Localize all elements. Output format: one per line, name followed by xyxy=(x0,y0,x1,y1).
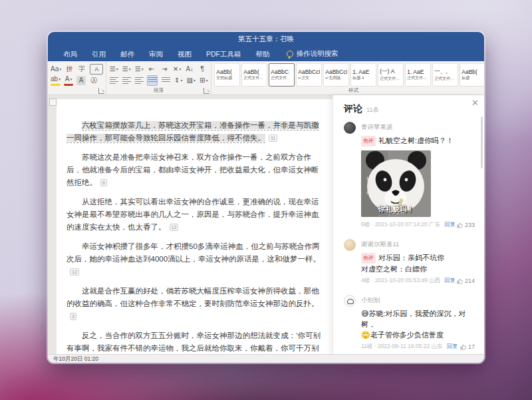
change-case-button[interactable]: Aa▾ xyxy=(51,65,61,74)
styles-group-label: 样式 xyxy=(211,87,484,94)
increase-indent-button[interactable]: ⇥ xyxy=(160,65,169,74)
paragraph-comment-badge[interactable]: 12 xyxy=(170,224,179,231)
align-right-button[interactable] xyxy=(134,76,144,85)
style-gallery-item[interactable]: 1. AaE 标题 4 xyxy=(350,63,376,87)
window-title: 第五十五章：召唤 xyxy=(238,35,294,44)
paragraph-comment-badge[interactable]: 6 xyxy=(100,179,107,186)
style-gallery: AaBb( 文档标题 AaBb( 正式文件-.. AaBbC 正式文件.. Aa… xyxy=(214,63,484,87)
desktop-background: 第五十五章：召唤 布局引用邮件审阅视图PDF工具箱帮助 操作说明搜索 Aa▾ 拼… xyxy=(0,0,532,400)
style-preview: (一) A xyxy=(380,68,402,76)
document-paragraph: 这就是合作互赢的好处，倘若苏晓大幅度压榨幸运女神所得收益，那他的收益的确高，但这… xyxy=(66,285,326,323)
like-button[interactable]: 17 xyxy=(460,343,475,350)
comments-title: 评论 xyxy=(344,103,362,115)
style-gallery-item[interactable]: 一、, 正式文件-.. xyxy=(432,63,458,87)
paragraph-comment-badge[interactable]: 3 xyxy=(70,313,76,320)
style-gallery-item[interactable]: AaBbC 正式文件.. xyxy=(269,63,295,87)
character-shading-button[interactable]: A xyxy=(76,76,86,85)
style-label: 正式文件-.. xyxy=(434,76,456,82)
ribbon-tab[interactable]: 视图 xyxy=(170,50,199,58)
close-icon[interactable]: ✕ xyxy=(471,98,479,108)
ruler-corner-box[interactable] xyxy=(49,99,57,106)
thumbs-up-icon xyxy=(457,278,463,284)
shading-button[interactable]: ▨▾ xyxy=(186,76,196,85)
align-center-button[interactable] xyxy=(122,76,131,85)
style-gallery-item[interactable]: AaBb( 正式文件-.. xyxy=(241,63,267,87)
reply-link[interactable]: 回复 xyxy=(447,343,458,351)
line-spacing-button[interactable]: ⇕▾ xyxy=(174,76,183,85)
numbering-button[interactable]: ☰▾ xyxy=(122,65,131,74)
font-group: Aa▾ 拼 字 A ab▾ A▾ A Ⓐ ↘ xyxy=(48,61,106,95)
style-preview: 一、, xyxy=(434,68,456,76)
ribbon-tab[interactable]: 审阅 xyxy=(142,50,170,58)
paragraph-group: ☰▾ ☰▾ ☰▾ ⇤ ⇥ ✕▾ A↓ ¶ ⇕▾ ▨▾ xyxy=(106,61,211,95)
comment-item: 青诗苹果派 热评礼貌空之树:虚你吗？！ xyxy=(344,122,475,229)
show-marks-button[interactable]: ¶ xyxy=(198,65,207,74)
multilevel-list-button[interactable]: ☰▾ xyxy=(134,65,144,74)
ribbon-tab-bar: 布局引用邮件审阅视图PDF工具箱帮助 操作说明搜索 xyxy=(48,47,484,61)
font-color-button[interactable]: A▾ xyxy=(64,75,73,86)
tell-me-label: 操作说明搜索 xyxy=(297,49,338,59)
style-gallery-item[interactable]: AaBb( 文档标题 xyxy=(214,63,240,87)
font-dialog-launcher[interactable]: ↘ xyxy=(98,88,104,94)
character-scaling-button[interactable]: 字 xyxy=(77,65,86,74)
decrease-indent-button[interactable]: ⇤ xyxy=(147,65,156,74)
distribute-button[interactable] xyxy=(161,76,170,85)
phonetic-guide-button[interactable]: 拼 xyxy=(65,65,74,74)
tell-me-search[interactable]: 操作说明搜索 xyxy=(287,49,338,59)
reply-link[interactable]: 回复 xyxy=(444,221,456,229)
comment-text-line: 😅苏晓:对乐园，我爱的深沉，对树， xyxy=(361,308,475,329)
paragraph-dialog-launcher[interactable]: ↘ xyxy=(203,88,209,94)
justify-button[interactable] xyxy=(147,75,158,86)
comment-username[interactable]: 青诗苹果派 xyxy=(361,123,475,132)
character-border-button[interactable]: A xyxy=(90,64,103,75)
enclose-characters-button[interactable]: Ⓐ xyxy=(89,76,98,85)
status-datetime: 年10月20日 01:20 xyxy=(53,355,98,362)
title-bar: 第五十五章：召唤 xyxy=(48,32,484,47)
style-label: ↵无间隔 xyxy=(325,75,347,81)
style-gallery-item[interactable]: AaBb( 标题 xyxy=(460,63,484,87)
style-gallery-item[interactable]: AaBbCcD ↵正文 xyxy=(296,63,322,87)
paragraph-comment-badge[interactable]: 12 xyxy=(70,268,79,276)
like-button[interactable]: 233 xyxy=(457,222,475,228)
style-label: 文档标题 xyxy=(216,75,238,81)
align-left-button[interactable] xyxy=(109,76,118,85)
word-window: 第五十五章：召唤 布局引用邮件审阅视图PDF工具箱帮助 操作说明搜索 Aa▾ 拼… xyxy=(48,32,484,363)
ribbon-tab[interactable]: 邮件 xyxy=(113,50,142,58)
asian-layout-button[interactable]: ✕▾ xyxy=(172,65,182,74)
style-gallery-item[interactable]: (一) A 正式文件-.. xyxy=(378,63,404,87)
bullets-button[interactable]: ☰▾ xyxy=(109,65,118,74)
style-preview: AaBb( xyxy=(216,69,238,75)
reply-link[interactable]: 回复 xyxy=(444,277,456,285)
thumbs-up-icon xyxy=(460,344,466,350)
style-label: 正式文件-.. xyxy=(243,75,265,81)
borders-button[interactable]: ⊞▾ xyxy=(199,76,208,85)
comments-scrollbar[interactable] xyxy=(481,116,483,168)
thumbs-up-icon xyxy=(457,222,463,228)
ribbon-tab[interactable]: 帮助 xyxy=(249,50,277,58)
style-gallery-item[interactable]: AaBbCcD ↵无间隔 xyxy=(323,63,349,87)
comment-username[interactable]: 谢谢尔斯基11 xyxy=(361,240,475,249)
sort-button[interactable]: A↓ xyxy=(185,65,194,74)
ribbon-tab[interactable]: 布局 xyxy=(56,50,84,58)
comment-text: 热评礼貌空之树:虚你吗？！ xyxy=(361,135,475,146)
avatar[interactable] xyxy=(344,295,356,307)
comment-meta: 6楼 · 2021-10-20 07:14:20 广东 xyxy=(361,221,440,229)
text-highlight-button[interactable]: ab▾ xyxy=(51,75,61,86)
avatar[interactable] xyxy=(344,239,356,251)
style-preview: AaBbCcD xyxy=(325,69,347,75)
document-area: 六枚宝箱摆放茶几上，苏晓这次开宝箱，准备操作一番，并非是与凯撒一同操作，那可能会… xyxy=(48,95,484,355)
ribbon-tab[interactable]: 引用 xyxy=(84,50,113,58)
hot-comment-badge: 热评 xyxy=(361,136,376,146)
like-button[interactable]: 214 xyxy=(457,278,475,284)
style-gallery-item[interactable]: 1. AaE 正式文件-.. xyxy=(405,63,431,87)
comment-text-line: 热评对乐园：亲妈不坑你 xyxy=(361,252,475,264)
comment-image[interactable]: 你礼貌吗！ xyxy=(361,150,431,217)
style-preview: 1. AaE xyxy=(407,69,429,75)
left-gutter xyxy=(48,95,57,355)
style-preview: AaBbCcD xyxy=(298,69,320,75)
avatar[interactable] xyxy=(344,122,356,134)
paragraph-comment-badge[interactable]: 11 xyxy=(269,134,277,142)
comment-image-caption: 你礼貌吗！ xyxy=(361,204,431,214)
comment-username[interactable]: 小别别 xyxy=(361,296,475,305)
ribbon-tab[interactable]: PDF工具箱 xyxy=(199,50,249,58)
